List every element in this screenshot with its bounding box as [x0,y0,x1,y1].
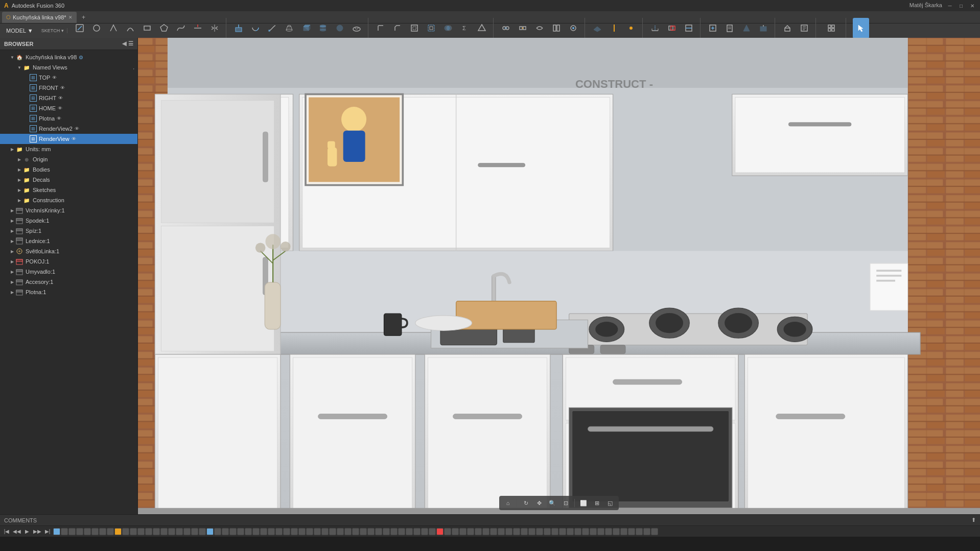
root-expand-arrow[interactable]: ▼ [9,55,15,60]
units-arrow[interactable]: ▶ [9,147,15,152]
vrchniskrinky-arrow[interactable]: ▶ [9,208,15,213]
sketches-item[interactable]: ▶ 📁 Sketches [0,185,137,195]
tl-item[interactable] [214,528,221,535]
spodek-item[interactable]: ▶ Spodek:1 [0,215,137,226]
tl-item[interactable] [498,528,505,535]
tl-item[interactable] [390,528,398,535]
tl-item[interactable] [137,528,145,535]
shell-btn[interactable] [406,18,423,38]
pokoj-arrow[interactable]: ▶ [9,259,15,264]
tl-item[interactable] [605,528,612,535]
tl-item[interactable] [160,528,168,535]
view-renderview-item[interactable]: ⊞ RenderView 👁 [0,134,137,144]
tl-item[interactable] [636,528,643,535]
tl-item[interactable] [521,528,528,535]
sphere-btn[interactable] [332,18,348,38]
tl-item[interactable] [84,528,91,535]
cylinder-btn[interactable] [315,18,331,38]
revolve-btn[interactable] [247,18,264,38]
chamfer-btn[interactable] [389,18,406,38]
insert-derive-btn[interactable] [705,18,721,38]
bodies-item[interactable]: ▶ 📁 Bodies [0,164,137,175]
contact-sets-btn[interactable] [548,18,565,38]
scale-btn[interactable] [423,18,439,38]
rv-eye-icon[interactable]: 👁 [72,136,76,141]
tl-item[interactable] [452,528,459,535]
tl-item[interactable] [467,528,474,535]
tl-item[interactable] [429,528,436,535]
point-btn[interactable] [623,18,639,38]
combine-btn[interactable] [440,18,456,38]
insert-decal-btn[interactable] [755,18,772,38]
tl-item[interactable] [329,528,336,535]
select-btn[interactable] [853,18,869,38]
tl-item[interactable] [122,528,129,535]
tl-item[interactable] [513,528,520,535]
tl-item[interactable] [475,528,482,535]
tl-item[interactable] [490,528,497,535]
addins-btn[interactable] [823,18,839,38]
tl-item[interactable] [613,528,620,535]
tl-item[interactable] [306,528,313,535]
tl-end-btn[interactable]: ▶| [43,527,52,536]
tl-play-btn[interactable]: ▶ [22,527,32,536]
tl-item[interactable] [528,528,535,535]
maximize-button[interactable]: □ [958,2,965,9]
mirror-btn[interactable] [206,18,223,38]
tl-item[interactable] [375,528,382,535]
named-views-item[interactable]: ▼ 📁 Named Views , [0,62,137,73]
browser-root[interactable]: ▼ 🏠 Kuchyňská linka v98 ⚙ [0,52,137,62]
tl-item[interactable] [252,528,260,535]
model-tab[interactable]: ⬡ Kuchyňská linka v98* ✕ [2,12,77,23]
spiz-arrow[interactable]: ▶ [9,229,15,233]
tl-item[interactable] [61,528,68,535]
root-settings-icon[interactable]: ⚙ [79,55,83,60]
tl-item[interactable] [268,528,275,535]
home-view-btn[interactable]: ⌂ [502,497,514,509]
tl-item[interactable] [436,528,444,535]
tl-item[interactable] [459,528,466,535]
pan-btn[interactable]: ✥ [533,497,545,509]
decals-item[interactable]: ▶ 📁 Decals [0,175,137,185]
tl-item[interactable] [130,528,137,535]
tl-item[interactable] [383,528,390,535]
tl-item[interactable] [114,528,122,535]
insert-svg-btn[interactable] [738,18,755,38]
view-renderview2-item[interactable]: ⊞ RenderView2 👁 [0,124,137,134]
fillet-btn[interactable] [372,18,389,38]
spline-btn[interactable] [173,18,189,38]
tl-item[interactable] [275,528,283,535]
tl-item[interactable] [536,528,543,535]
tl-item[interactable] [344,528,352,535]
orbit-btn[interactable]: ↻ [520,497,531,509]
polygon-btn[interactable] [156,18,172,38]
line-btn[interactable] [105,18,122,38]
tl-item[interactable] [183,528,191,535]
decals-arrow[interactable]: ▶ [16,178,22,182]
section-analysis-btn[interactable] [681,18,697,38]
origin-item[interactable]: ▶ ⊕ Origin [0,154,137,164]
plotna1-arrow[interactable]: ▶ [9,290,15,295]
bodies-arrow[interactable]: ▶ [16,167,22,172]
tl-item[interactable] [567,528,574,535]
loft-btn[interactable] [281,18,297,38]
extrude-btn[interactable] [230,18,247,38]
tl-item[interactable] [145,528,152,535]
tl-item[interactable] [222,528,229,535]
box-btn[interactable] [298,18,314,38]
tl-item[interactable] [551,528,558,535]
rigid-group-btn[interactable] [515,18,531,38]
tl-item[interactable] [352,528,359,535]
tl-item[interactable] [582,528,589,535]
insert-dxf-btn[interactable] [721,18,738,38]
joint-btn[interactable] [498,18,514,38]
tl-item[interactable] [413,528,421,535]
origin-arrow[interactable]: ▶ [16,157,22,162]
named-views-arrow[interactable]: ▼ [16,65,22,70]
tl-fwd-btn[interactable]: ▶▶ [33,527,42,536]
fit-btn[interactable]: ⊡ [560,497,571,509]
sketch-btn[interactable] [72,18,88,38]
comments-expand-icon[interactable]: ⬆ [971,517,976,523]
view-plotna-item[interactable]: ⊞ Plotna 👁 [0,113,137,124]
sigma-btn[interactable]: Σ [457,18,473,38]
